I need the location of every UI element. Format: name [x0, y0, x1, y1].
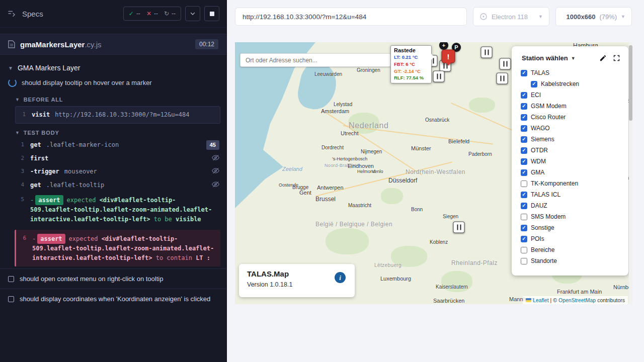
command-body: get.leaflet-marker-icon — [30, 140, 201, 150]
map-label: Lelystad — [334, 102, 352, 107]
poi-marker-icon[interactable]: + — [439, 42, 448, 50]
checkbox[interactable] — [521, 158, 527, 165]
active-test-row[interactable]: should display tooltip on hover over a m… — [0, 75, 226, 92]
station-marker-icon[interactable] — [453, 222, 465, 233]
checkbox[interactable] — [521, 136, 527, 143]
hidden-element-icon-wrap — [212, 167, 219, 174]
checkbox[interactable] — [521, 236, 527, 242]
viewport-selector[interactable]: 1000x660 (79%) ▼ — [555, 7, 632, 26]
checkbox-label: Bereiche — [531, 246, 554, 253]
command-row-trigger[interactable]: 3 -triggermouseover — [0, 165, 226, 178]
test-body-section-header[interactable]: ▼ TEST BODY — [0, 125, 226, 138]
checkbox[interactable] — [531, 81, 537, 87]
scrollbar-track[interactable] — [629, 42, 632, 304]
station-filter-item[interactable]: Bereiche — [512, 244, 628, 255]
checkbox[interactable] — [521, 225, 527, 231]
checkbox-label: POIs — [531, 235, 544, 242]
station-marker-icon[interactable] — [481, 47, 493, 58]
checkbox[interactable] — [521, 192, 527, 198]
checkbox[interactable] — [521, 125, 527, 132]
station-filter-item[interactable]: TK-Komponenten — [512, 178, 628, 189]
checkbox[interactable] — [521, 180, 527, 187]
checkbox[interactable] — [521, 92, 527, 99]
checkbox[interactable] — [521, 70, 527, 76]
station-filter-item[interactable]: SMS Modem — [512, 211, 628, 222]
scrollbar-thumb[interactable] — [629, 45, 632, 121]
eye-off-icon — [212, 167, 219, 174]
command-row-visit[interactable]: 1 visithttp://192.168.10.33:3000/?m=12&u… — [15, 106, 220, 124]
command-arg: .leaflet-tooltip — [46, 182, 105, 189]
pending-test-row[interactable]: should display coordinates when 'Koordin… — [0, 289, 226, 309]
command-name: -trigger — [30, 168, 59, 175]
station-filter-item[interactable]: DAUZ — [512, 200, 628, 211]
station-marker-icon[interactable] — [497, 73, 508, 84]
stop-button[interactable] — [204, 6, 219, 21]
station-marker-icon[interactable] — [500, 58, 511, 70]
station-filter-item[interactable]: OTDR — [512, 145, 628, 156]
station-filter-item[interactable]: WDM — [512, 156, 628, 167]
station-panel-icons — [599, 54, 620, 62]
station-filter-item[interactable]: GSM Modem — [512, 101, 628, 112]
test-log: ▼ GMA Markers Layer should display toolt… — [0, 55, 226, 362]
command-row-get-tooltip[interactable]: 4 get.leaflet-tooltip — [0, 178, 226, 192]
url-input[interactable] — [235, 8, 467, 26]
checkbox-label: WAGO — [531, 125, 550, 132]
stat-failed: ✕ -- — [146, 10, 158, 17]
attribution-sep: | © — [550, 297, 557, 303]
station-filter-item[interactable]: GMA — [512, 167, 628, 178]
test-stats: ✓ -- ✕ -- ↻ -- — [123, 7, 181, 21]
checkbox[interactable] — [521, 103, 527, 110]
chevron-down-icon: ▼ — [8, 65, 13, 71]
search-input[interactable] — [240, 53, 391, 67]
chevron-down-icon: ▼ — [15, 97, 20, 102]
station-filter-item[interactable]: WAGO — [512, 123, 628, 134]
command-body: first — [30, 154, 207, 163]
leaflet-map[interactable]: HamburgBremenNiedersachsenHannoverLeeuwa… — [235, 42, 632, 304]
station-filter-item[interactable]: Sonstige — [512, 222, 628, 233]
browser-selector[interactable]: Electron 118 ▼ — [473, 7, 549, 26]
station-filter-item[interactable]: POIs — [512, 233, 628, 244]
stat-pending: ↻ -- — [164, 10, 176, 17]
pending-test-row[interactable]: should open context menu on right-click … — [0, 268, 226, 289]
collapse-tests-button[interactable] — [185, 6, 200, 21]
station-filter-item[interactable]: TALAS — [512, 67, 628, 78]
chevron-down-icon: ▼ — [621, 14, 625, 19]
checkbox[interactable] — [521, 214, 527, 220]
command-number: 1 — [16, 140, 24, 150]
assert-row-failed[interactable]: 6 -assertexpected <div#leaflet-tooltip-5… — [15, 230, 220, 267]
info-icon[interactable]: i — [335, 272, 346, 283]
station-filter-item[interactable]: Standorte — [512, 255, 628, 266]
map-forest — [469, 98, 495, 113]
command-row-first[interactable]: 2 first — [0, 152, 226, 165]
before-all-section-header[interactable]: ▼ BEFORE ALL — [0, 92, 226, 105]
alert-marker-icon[interactable]: ! — [442, 50, 455, 63]
checkbox[interactable] — [521, 147, 527, 154]
leaflet-link[interactable]: Leaflet — [533, 297, 549, 303]
station-filter-item[interactable]: ECI — [512, 89, 628, 101]
suite-row[interactable]: ▼ GMA Markers Layer — [0, 59, 226, 75]
active-test-title: should display tooltip on hover over a m… — [22, 79, 152, 86]
station-filter-item[interactable]: Siemens — [512, 134, 628, 145]
edit-pencil-icon[interactable] — [599, 54, 607, 62]
station-filter-item[interactable]: Kabelstrecken — [512, 78, 628, 89]
checkbox[interactable] — [521, 258, 527, 264]
command-row-get-marker[interactable]: 1 get.leaflet-marker-icon 45 — [0, 138, 226, 152]
checkbox[interactable] — [521, 169, 527, 176]
browser-label: Electron 118 — [492, 13, 528, 21]
expand-icon[interactable] — [613, 54, 620, 62]
viewport-icon — [562, 13, 562, 21]
station-panel-title[interactable]: Station wählen — [522, 54, 568, 62]
station-marker-icon[interactable] — [433, 71, 445, 82]
osm-link[interactable]: OpenStreetMap — [558, 297, 596, 303]
checkbox[interactable] — [521, 203, 527, 209]
chevron-down-icon[interactable]: ▼ — [571, 56, 576, 61]
map-label: Bielefeld — [448, 138, 469, 144]
assert-row-passed[interactable]: 5 -assertexpected <div#leaflet-tooltip-5… — [0, 192, 226, 227]
station-filter-item[interactable]: Cisco Router — [512, 112, 628, 123]
specs-menu-icon[interactable] — [7, 9, 16, 18]
spec-header[interactable]: gmaMarkersLayer.cy.js 00:12 — [0, 34, 226, 55]
station-filter-item[interactable]: TALAS ICL — [512, 189, 628, 200]
command-number: 1 — [18, 110, 26, 120]
checkbox[interactable] — [521, 114, 527, 121]
checkbox[interactable] — [521, 247, 527, 253]
